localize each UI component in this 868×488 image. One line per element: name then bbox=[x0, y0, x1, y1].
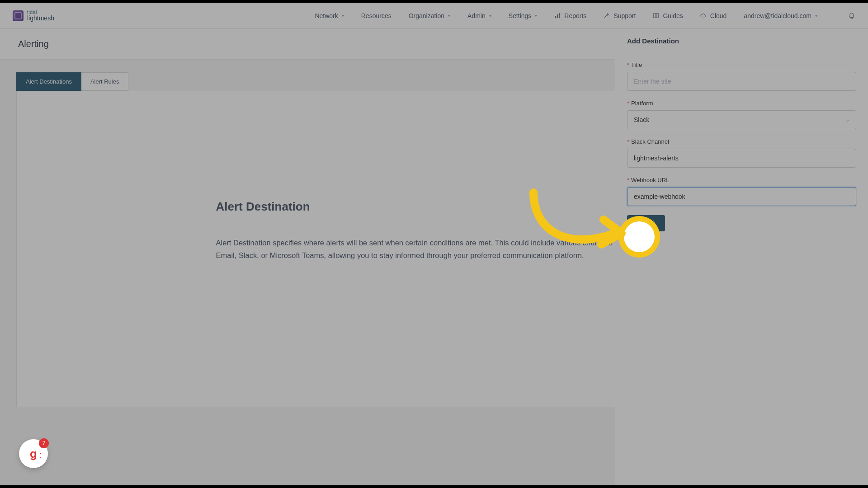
title-label-text: Title bbox=[631, 61, 642, 68]
slack-channel-label-text: Slack Channel bbox=[631, 138, 669, 145]
required-asterisk: * bbox=[627, 138, 629, 145]
nav-organization-label: Organization bbox=[409, 12, 444, 19]
notifications-bell[interactable] bbox=[848, 12, 855, 19]
required-asterisk: * bbox=[627, 177, 629, 183]
chevron-down-icon: ▾ bbox=[448, 13, 450, 18]
webhook-label: * Webhook URL bbox=[627, 177, 856, 183]
webhook-label-text: Webhook URL bbox=[631, 177, 669, 183]
svg-rect-2 bbox=[559, 13, 561, 18]
panel-description: Alert Destination specifies where alerts… bbox=[216, 236, 652, 262]
nav-settings-label: Settings bbox=[509, 12, 532, 19]
badge-letter: g bbox=[30, 447, 37, 461]
badge-count: 7 bbox=[39, 438, 49, 448]
field-platform: * Platform ⌄ bbox=[627, 100, 856, 129]
badge-dots-icon: : bbox=[39, 450, 42, 460]
nav-settings[interactable]: Settings ▾ bbox=[509, 12, 538, 19]
platform-select[interactable]: ⌄ bbox=[627, 110, 856, 129]
required-asterisk: * bbox=[627, 61, 629, 68]
logo-text: tidal lightmesh bbox=[27, 10, 54, 21]
chevron-down-icon: ▾ bbox=[489, 13, 491, 18]
tab-alert-rules[interactable]: Alert Rules bbox=[81, 72, 129, 91]
chevron-down-icon: ▾ bbox=[535, 13, 537, 18]
nav-reports[interactable]: Reports bbox=[554, 12, 586, 19]
field-webhook-url: * Webhook URL bbox=[627, 177, 856, 206]
brand-line2: lightmesh bbox=[27, 15, 54, 21]
platform-select-value[interactable] bbox=[627, 110, 856, 129]
field-slack-channel: * Slack Channel bbox=[627, 138, 856, 168]
nav-guides[interactable]: Guides bbox=[653, 12, 683, 19]
submit-button[interactable]: Submit bbox=[627, 215, 665, 231]
nav-menu: Network ▾ Resources Organization ▾ Admin… bbox=[315, 12, 855, 19]
top-nav-bar: tidal lightmesh Network ▾ Resources Orga… bbox=[0, 3, 868, 29]
nav-user-menu[interactable]: andrew@tidalcloud.com ▾ bbox=[744, 12, 817, 19]
nav-user-email: andrew@tidalcloud.com bbox=[744, 12, 811, 19]
nav-reports-label: Reports bbox=[564, 12, 586, 19]
chevron-down-icon: ▾ bbox=[342, 13, 344, 18]
nav-network[interactable]: Network ▾ bbox=[315, 12, 344, 19]
floating-help-badge[interactable]: g : 7 bbox=[19, 439, 48, 468]
tab-alert-destinations[interactable]: Alert Destinations bbox=[16, 72, 81, 91]
nav-admin-label: Admin bbox=[467, 12, 486, 19]
slack-channel-label: * Slack Channel bbox=[627, 138, 856, 145]
webhook-url-input[interactable] bbox=[627, 187, 856, 206]
add-destination-drawer: Add Destination * Title * Platform ⌄ bbox=[615, 29, 868, 485]
nav-support[interactable]: Support bbox=[604, 12, 636, 19]
nav-resources-label: Resources bbox=[361, 12, 392, 19]
required-asterisk: * bbox=[627, 100, 629, 107]
logo-icon bbox=[13, 10, 24, 21]
brand-logo[interactable]: tidal lightmesh bbox=[13, 10, 54, 21]
svg-rect-1 bbox=[557, 14, 558, 18]
book-icon bbox=[653, 13, 659, 19]
nav-admin[interactable]: Admin ▾ bbox=[467, 12, 491, 19]
nav-cloud[interactable]: Cloud bbox=[700, 12, 727, 19]
bell-icon bbox=[848, 12, 855, 19]
field-title: * Title bbox=[627, 61, 856, 91]
nav-organization[interactable]: Organization ▾ bbox=[409, 12, 450, 19]
drawer-header: Add Destination bbox=[615, 29, 868, 53]
title-input[interactable] bbox=[627, 72, 856, 91]
platform-label: * Platform bbox=[627, 100, 856, 107]
slack-channel-input[interactable] bbox=[627, 149, 856, 168]
nav-network-label: Network bbox=[315, 12, 338, 19]
destination-form: * Title * Platform ⌄ * Slack Channel bbox=[615, 53, 868, 239]
svg-rect-0 bbox=[555, 16, 557, 18]
platform-label-text: Platform bbox=[631, 100, 653, 107]
app-screen: tidal lightmesh Network ▾ Resources Orga… bbox=[0, 3, 868, 485]
nav-resources[interactable]: Resources bbox=[361, 12, 392, 19]
title-label: * Title bbox=[627, 61, 856, 68]
nav-cloud-label: Cloud bbox=[710, 12, 727, 19]
chart-icon bbox=[554, 13, 561, 19]
chevron-down-icon: ▾ bbox=[815, 13, 817, 18]
cloud-icon bbox=[700, 13, 707, 19]
nav-guides-label: Guides bbox=[663, 12, 683, 19]
wrench-icon bbox=[604, 13, 610, 19]
panel-title: Alert Destination bbox=[216, 200, 652, 214]
nav-support-label: Support bbox=[613, 12, 636, 19]
